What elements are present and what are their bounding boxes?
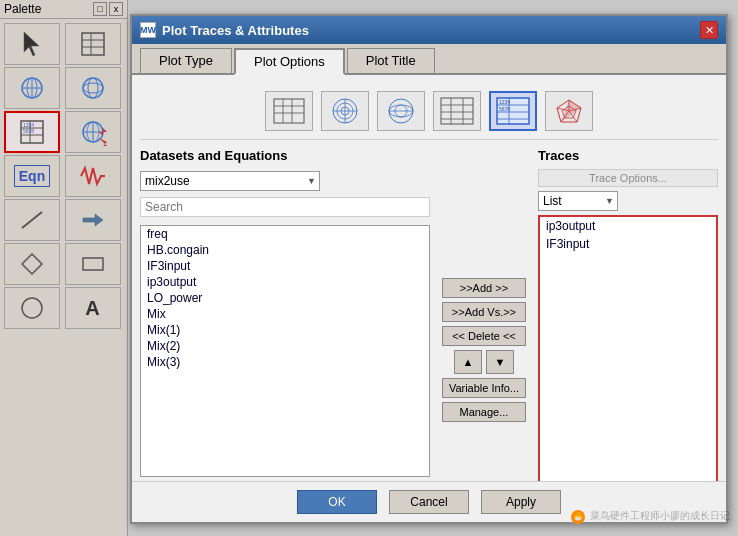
dialog-tabs: Plot Type Plot Options Plot Title (132, 44, 726, 75)
dialog-titlebar: MW Plot Traces & Attributes ✕ (132, 16, 726, 44)
right-panel: Traces Trace Options... List ip3output I… (538, 148, 718, 511)
palette-grid: 1234 5678 Eqn (0, 19, 127, 333)
add-vs-button[interactable]: >>Add Vs.>> (442, 302, 526, 322)
list-item-if3input[interactable]: IF3input (141, 258, 429, 274)
palette-title: Palette (4, 2, 41, 16)
trace-options-button[interactable]: Trace Options... (538, 169, 718, 187)
plot-type-cartesian[interactable] (265, 91, 313, 131)
dialog-title: Plot Traces & Attributes (162, 23, 309, 38)
palette-item-globe2[interactable] (65, 67, 121, 109)
traces-dropdown-wrapper[interactable]: List (538, 191, 618, 211)
trace-item-if3input[interactable]: IF3input (540, 235, 716, 253)
palette-item-line[interactable] (4, 199, 60, 241)
variable-info-button[interactable]: Variable Info... (442, 378, 526, 398)
search-input[interactable] (140, 197, 430, 217)
svg-point-28 (22, 298, 42, 318)
list-item-mix[interactable]: Mix (141, 306, 429, 322)
palette-item-numtable[interactable]: 1234 5678 (4, 111, 60, 153)
dialog-app-icon: MW (140, 22, 156, 38)
palette-item-rect[interactable] (65, 243, 121, 285)
svg-point-9 (83, 78, 103, 98)
plot-type-polar1[interactable] (321, 91, 369, 131)
palette-item-globegrid[interactable] (65, 111, 121, 153)
down-button[interactable]: ▼ (486, 350, 514, 374)
svg-point-10 (88, 78, 98, 98)
svg-text:5678: 5678 (499, 106, 510, 112)
plot-type-row: 1234 5678 (140, 83, 718, 140)
plot-type-numtable[interactable]: 1234 5678 (489, 91, 537, 131)
list-item-hbcongain[interactable]: HB.congain (141, 242, 429, 258)
tab-plot-options[interactable]: Plot Options (234, 48, 345, 75)
palette-item-cursor[interactable] (4, 23, 60, 65)
palette-header: Palette □ x (0, 0, 127, 19)
svg-marker-26 (22, 254, 42, 274)
tab-plot-type[interactable]: Plot Type (140, 48, 232, 73)
palette-panel: Palette □ x (0, 0, 128, 536)
svg-rect-1 (82, 33, 104, 55)
traces-listbox[interactable]: ip3output IF3input (538, 215, 718, 511)
svg-point-11 (83, 83, 103, 93)
dialog-close-button[interactable]: ✕ (700, 21, 718, 39)
svg-marker-23 (99, 128, 107, 136)
middle-buttons: >>Add >> >>Add Vs.>> << Delete << ▲ ▼ Va… (438, 188, 530, 511)
ok-button[interactable]: OK (297, 490, 377, 514)
add-button[interactable]: >>Add >> (442, 278, 526, 298)
dialog-title-left: MW Plot Traces & Attributes (140, 22, 309, 38)
dataset-dropdown-wrapper[interactable]: mix2use (140, 171, 320, 191)
svg-line-24 (22, 212, 42, 228)
watermark: 🐣 菜鸟硬件工程师小廖的成长日记 (571, 509, 730, 524)
palette-close-button[interactable]: x (109, 2, 123, 16)
tab-plot-title[interactable]: Plot Title (347, 48, 435, 73)
content-area: Datasets and Equations mix2use freq HB.c… (140, 148, 718, 511)
plot-type-radar[interactable] (545, 91, 593, 131)
svg-rect-43 (441, 98, 473, 124)
list-item-ip3output[interactable]: ip3output (141, 274, 429, 290)
list-item-lopower[interactable]: LO_power (141, 290, 429, 306)
svg-text:1234: 1234 (499, 99, 510, 105)
list-item-mix1[interactable]: Mix(1) (141, 322, 429, 338)
delete-button[interactable]: << Delete << (442, 326, 526, 346)
palette-pin-button[interactable]: □ (93, 2, 107, 16)
palette-item-diamond[interactable] (4, 243, 60, 285)
palette-header-buttons: □ x (93, 2, 123, 16)
palette-item-eqn[interactable]: Eqn (4, 155, 60, 197)
traces-label: Traces (538, 148, 718, 163)
manage-button[interactable]: Manage... (442, 402, 526, 422)
dataset-dropdown[interactable]: mix2use (140, 171, 320, 191)
svg-marker-0 (24, 32, 39, 56)
trace-item-ip3output[interactable]: ip3output (540, 217, 716, 235)
palette-item-arrow[interactable] (65, 199, 121, 241)
datasets-listbox[interactable]: freq HB.congain IF3input ip3output LO_po… (140, 225, 430, 477)
list-item-mix3[interactable]: Mix(3) (141, 354, 429, 370)
svg-rect-29 (274, 99, 304, 123)
traces-list-row: List (538, 191, 718, 211)
left-panel: Datasets and Equations mix2use freq HB.c… (140, 148, 430, 511)
tab-content: 1234 5678 Datase (132, 75, 726, 519)
traces-dropdown[interactable]: List (538, 191, 618, 211)
palette-item-table[interactable] (65, 23, 121, 65)
plot-type-polar2[interactable] (377, 91, 425, 131)
list-item-mix2[interactable]: Mix(2) (141, 338, 429, 354)
palette-item-circle[interactable] (4, 287, 60, 329)
svg-rect-27 (83, 258, 103, 270)
cancel-button[interactable]: Cancel (389, 490, 469, 514)
palette-item-globe1[interactable] (4, 67, 60, 109)
svg-marker-22 (99, 138, 107, 146)
datasets-label: Datasets and Equations (140, 148, 430, 163)
svg-text:5678: 5678 (23, 128, 34, 134)
plot-type-table[interactable] (433, 91, 481, 131)
svg-marker-25 (83, 214, 103, 226)
apply-button[interactable]: Apply (481, 490, 561, 514)
palette-item-wave[interactable] (65, 155, 121, 197)
arrow-row: ▲ ▼ (442, 350, 526, 374)
palette-item-text[interactable]: A (65, 287, 121, 329)
list-item-freq[interactable]: freq (141, 226, 429, 242)
dialog: MW Plot Traces & Attributes ✕ Plot Type … (130, 14, 728, 524)
up-button[interactable]: ▲ (454, 350, 482, 374)
